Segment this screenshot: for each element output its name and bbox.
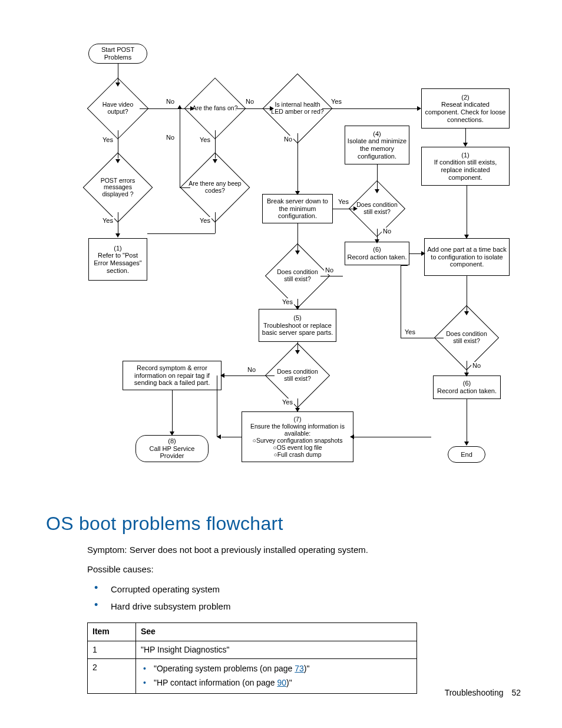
process-record-r2: (6) Record action taken.	[433, 375, 501, 399]
section-heading: OS boot problems flowchart	[46, 513, 517, 535]
col-item: Item	[88, 623, 136, 641]
edge-yes: Yes	[337, 198, 350, 206]
cell-item: 1	[88, 641, 136, 659]
cell-item: 2	[88, 659, 136, 693]
edge-yes: Yes	[330, 98, 343, 106]
list-item: Hard drive subsystem problem	[87, 599, 517, 613]
label: (1) If condition still exists, replace i…	[424, 151, 507, 182]
table-row: 2 "Operating system problems (on page 73…	[88, 659, 417, 693]
terminator-end: End	[448, 446, 485, 463]
label: Record symptom & error information on re…	[125, 364, 219, 387]
label: (5) Troubleshoot or replace basic server…	[261, 314, 334, 337]
label: Break server down to the minimum configu…	[265, 197, 330, 220]
decision-led: Is internal health LED amber or red?	[273, 84, 322, 133]
cell-see: "Operating system problems (on page 73)"…	[136, 659, 417, 693]
label: End	[461, 451, 472, 459]
section-os-boot: OS boot problems flowchart Symptom: Serv…	[46, 513, 517, 694]
col-see: See	[136, 623, 417, 641]
edge-no: No	[382, 228, 392, 235]
terminator-callhp: (8) Call HP Service Provider	[135, 435, 209, 462]
process-break: Break server down to the minimum configu…	[262, 194, 333, 223]
process-addone: Add one part at a time back to configura…	[424, 238, 510, 276]
cause: Corrupted operating system	[111, 584, 220, 594]
edge-no: No	[471, 362, 482, 370]
reference-table: Item See 1 "HP Insight Diagnostics" 2	[87, 622, 417, 694]
label: Are there any beep codes?	[186, 158, 244, 217]
list-item: "HP contact information (on page 90)"	[141, 677, 412, 690]
list-item: "Operating system problems (on page 73)"	[141, 663, 412, 676]
edge-no: No	[283, 136, 293, 143]
text: "HP contact information (on page	[154, 678, 277, 687]
edge-no: No	[165, 98, 176, 106]
process-refer: (1) Refer to "Post Error Messages" secti…	[88, 238, 147, 281]
label: Is internal health LED amber or red?	[268, 79, 327, 138]
process-ensure: (7) Ensure the following information is …	[242, 411, 353, 462]
label: Does condition still exist?	[270, 348, 325, 403]
process-record-symptom: Record symptom & error information on re…	[123, 361, 222, 390]
label: POST errors messages displayed ?	[88, 158, 147, 217]
label: (2) Reseat indicated component. Check fo…	[424, 94, 507, 124]
decision-cond-c1: Does condition still exist?	[275, 253, 320, 299]
label: Does condition still exist?	[270, 248, 325, 304]
edge-no: No	[246, 366, 257, 374]
edge-no: No	[244, 98, 255, 106]
label: (8) Call HP Service Provider	[138, 437, 206, 460]
edge-yes: Yes	[101, 217, 114, 225]
text: "Operating system problems (on page	[154, 664, 295, 673]
decision-video: Have video output?	[96, 87, 140, 130]
cause: Hard drive subsystem problem	[111, 601, 230, 611]
list-item: Corrupted operating system	[87, 582, 517, 596]
edge-yes: Yes	[199, 217, 211, 225]
decision-post-errors: POST errors messages displayed ?	[93, 163, 143, 212]
label: Does condition still exist?	[439, 310, 494, 365]
edge-no: No	[324, 266, 335, 274]
decision-cond-c2: Does condition still exist?	[275, 353, 320, 398]
label: Are the fans on?	[189, 82, 242, 135]
label: (4) Isolate and minimize the memory conf…	[347, 130, 407, 160]
edge-yes: Yes	[281, 398, 294, 406]
text: )"	[304, 664, 310, 673]
table-row: Item See	[88, 623, 417, 641]
edge-yes: Yes	[101, 136, 114, 144]
process-reseat: (2) Reseat indicated component. Check fo…	[421, 88, 510, 129]
footer-page: 52	[511, 688, 521, 697]
edge-yes: Yes	[199, 136, 211, 144]
document-page: Start POST Problems Have video output? N…	[0, 0, 562, 728]
label: (6) Record action taken.	[437, 380, 497, 394]
page-link[interactable]: 90	[277, 678, 286, 687]
label: (6) Record action taken.	[348, 246, 407, 261]
page-link[interactable]: 73	[295, 664, 304, 673]
process-replace: (1) If condition still exists, replace i…	[421, 147, 510, 186]
terminator-start: Start POST Problems	[88, 44, 147, 64]
decision-cond-r2: Does condition still exist?	[444, 315, 490, 361]
label: (7) Ensure the following information is …	[244, 416, 351, 458]
flowchart: Start POST Problems Have video output? N…	[77, 44, 530, 509]
process-isolate: (4) Isolate and minimize the memory conf…	[345, 126, 409, 164]
table-row: 1 "HP Insight Diagnostics"	[88, 641, 417, 659]
label: Start POST Problems	[91, 46, 145, 61]
text: )"	[286, 678, 292, 687]
page-footer: Troubleshooting 52	[445, 688, 521, 697]
decision-fans: Are the fans on?	[193, 87, 237, 130]
label: Add one part at a time back to configura…	[427, 246, 507, 268]
possible-causes-label: Possible causes:	[87, 562, 517, 576]
process-trouble: (5) Troubleshoot or replace basic server…	[259, 309, 336, 342]
edge-yes: Yes	[281, 298, 294, 306]
edge-no: No	[165, 134, 176, 141]
decision-cond-r1: Does condition still exist?	[357, 189, 397, 229]
process-record-r: (6) Record action taken.	[345, 242, 409, 265]
causes-list: Corrupted operating system Hard drive su…	[87, 582, 517, 614]
label: (1) Refer to "Post Error Messages" secti…	[91, 245, 145, 275]
decision-beep: Are there any beep codes?	[190, 163, 240, 212]
symptom-text: Symptom: Server does not boot a previous…	[87, 543, 517, 556]
footer-section: Troubleshooting	[445, 688, 504, 697]
label: Have video output?	[91, 82, 144, 135]
edge-yes: Yes	[404, 328, 416, 336]
cell-see: "HP Insight Diagnostics"	[136, 641, 417, 659]
